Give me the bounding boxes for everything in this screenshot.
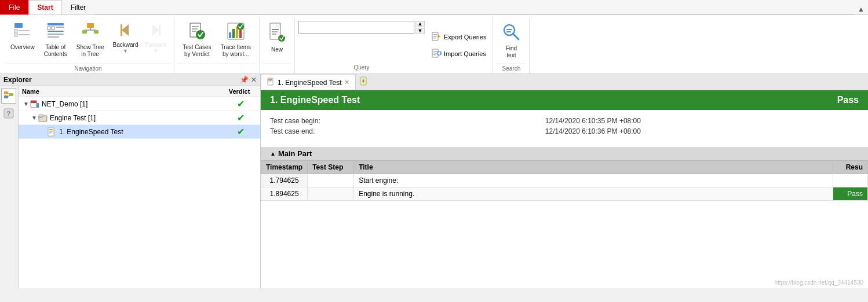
explorer-close-btn[interactable]: ✕ <box>251 76 257 84</box>
explorer-question-tab[interactable]: ? <box>1 106 16 121</box>
trace-items-button[interactable]: Trace Items by worst... <box>217 20 254 60</box>
svg-rect-47 <box>433 53 437 54</box>
tab-start[interactable]: Start <box>28 0 61 14</box>
main-part-header: ▲ Main Part <box>261 147 868 160</box>
pass-icon: ✔ <box>237 113 245 123</box>
table-of-contents-icon <box>46 22 65 43</box>
svg-rect-8 <box>56 27 64 28</box>
show-tree-button[interactable]: Show Tree in Tree <box>73 20 108 60</box>
expand-icon: ▼ <box>31 115 37 121</box>
export-queries-button[interactable]: Export Queries <box>428 30 489 45</box>
test-meta: Test case begin: 12/14/2020 6:10:35 PM +… <box>261 110 868 142</box>
tree-row[interactable]: ▼ NET_Demo [1] ✔ <box>19 97 260 111</box>
svg-rect-1 <box>14 30 17 32</box>
svg-line-52 <box>513 34 519 39</box>
navigation-group: Overview Table of Contents Show Tree in … <box>2 17 174 73</box>
backward-icon <box>117 22 133 42</box>
svg-line-59 <box>8 95 9 97</box>
tree-row[interactable]: ▼ Engine Test [1] ✔ <box>19 111 260 125</box>
backward-label: Backward <box>113 42 138 48</box>
table-row: 1.894625 Engine is running. Pass <box>261 187 868 201</box>
svg-rect-0 <box>14 23 23 28</box>
tab-file[interactable]: File <box>0 0 28 14</box>
main-part-label: Main Part <box>278 149 312 158</box>
cell-timestamp: 1.794625 <box>261 174 308 187</box>
svg-rect-56 <box>4 95 8 98</box>
test-cases-label: Test Cases by Verdict <box>183 44 211 58</box>
trace-items-label: Trace Items by worst... <box>221 44 251 58</box>
svg-rect-75 <box>268 82 271 82</box>
ribbon-content: Overview Table of Contents Show Tree in … <box>0 15 868 73</box>
tree-name-header: Name <box>22 88 222 95</box>
svg-rect-48 <box>433 54 436 56</box>
forward-icon <box>148 22 164 42</box>
query-input[interactable] <box>298 21 414 34</box>
svg-rect-31 <box>239 30 242 38</box>
query-scroll: ▲ ▼ <box>415 21 425 34</box>
export-queries-label: Export Queries <box>444 34 486 40</box>
backward-button[interactable]: Backward ▼ <box>110 20 141 56</box>
search-group: Find text Search <box>493 17 530 73</box>
engine-test-verdict: ✔ <box>223 112 258 123</box>
new-button[interactable]: New <box>264 20 290 56</box>
import-queries-button[interactable]: Import Queries <box>428 46 489 62</box>
tree-node-name: Engine Test [1] <box>38 113 223 123</box>
query-group-label: Query <box>298 63 425 71</box>
tree-row[interactable]: 1. EngineSpeed Test ✔ <box>19 125 260 139</box>
forward-button[interactable]: Forward ▼ <box>142 20 169 56</box>
ribbon-collapse-btn[interactable]: ▲ <box>854 4 868 14</box>
svg-rect-12 <box>87 23 94 28</box>
test-cases-button[interactable]: Test Cases by Verdict <box>179 20 214 60</box>
test-buttons: Test Cases by Verdict Trace Items by wor… <box>178 17 256 64</box>
query-scroll-up[interactable]: ▲ <box>415 21 425 27</box>
ribbon: File Start Filter ▲ Overview Table of Co… <box>0 0 868 74</box>
test-header: 1. EngineSpeed Test Pass <box>261 90 868 110</box>
svg-rect-63 <box>31 101 37 103</box>
cell-title: Engine is running. <box>354 187 833 201</box>
svg-rect-9 <box>48 31 64 32</box>
svg-rect-54 <box>506 31 511 32</box>
svg-rect-64 <box>37 103 39 108</box>
main-part: ▲ Main Part Timestamp Test Step Title Re… <box>261 147 868 201</box>
tree-node-name: NET_Demo [1] <box>30 100 223 109</box>
svg-rect-16 <box>82 30 87 34</box>
test-verdict-badge: Pass <box>837 95 859 105</box>
svg-rect-70 <box>49 131 53 132</box>
new-icon <box>268 22 286 45</box>
explorer-panel: Explorer 📌 ✕ ? Name Verdict <box>0 74 261 288</box>
svg-rect-25 <box>192 28 198 30</box>
enginespeed-test-label: 1. EngineSpeed Test <box>59 128 123 136</box>
tab-filter[interactable]: Filter <box>62 0 95 14</box>
svg-rect-38 <box>272 34 276 35</box>
svg-rect-5 <box>48 23 64 25</box>
tab-close-button[interactable]: ✕ <box>344 79 349 86</box>
tab-label: 1. EngineSpeed Test <box>278 79 342 87</box>
query-scroll-mid[interactable]: ▼ <box>415 28 425 34</box>
svg-rect-73 <box>268 79 272 80</box>
explorer-tree: Name Verdict ▼ NET_Demo [1] ✔ ▼ <box>19 86 260 288</box>
cell-teststep <box>308 174 354 187</box>
import-queries-label: Import Queries <box>444 50 486 57</box>
find-text-button[interactable]: Find text <box>498 20 524 61</box>
table-of-contents-button[interactable]: Table of Contents <box>41 20 71 60</box>
overview-button[interactable]: Overview <box>7 20 38 53</box>
explorer-pin-btn[interactable]: 📌 <box>240 76 249 84</box>
pass-icon: ✔ <box>237 127 245 137</box>
table-header-row: Timestamp Test Step Title Resu <box>261 161 868 174</box>
col-timestamp: Timestamp <box>261 161 308 174</box>
table-of-contents-label: Table of Contents <box>44 44 67 58</box>
explorer-tree-tab[interactable] <box>1 89 16 104</box>
net-demo-label: NET_Demo [1] <box>42 100 87 108</box>
svg-rect-42 <box>433 36 437 37</box>
cell-teststep <box>308 187 354 201</box>
content-tab-enginespeed[interactable]: 1. EngineSpeed Test ✕ <box>261 75 356 90</box>
overview-label: Overview <box>10 44 35 51</box>
svg-rect-41 <box>433 34 437 35</box>
svg-rect-29 <box>232 29 235 38</box>
find-text-label: Find text <box>506 45 517 59</box>
new-tab-button[interactable] <box>356 74 373 90</box>
svg-rect-17 <box>94 30 99 34</box>
test-group: Test Cases by Verdict Trace Items by wor… <box>174 17 260 73</box>
svg-rect-21 <box>159 24 161 36</box>
collapse-icon[interactable]: ▲ <box>270 150 276 157</box>
